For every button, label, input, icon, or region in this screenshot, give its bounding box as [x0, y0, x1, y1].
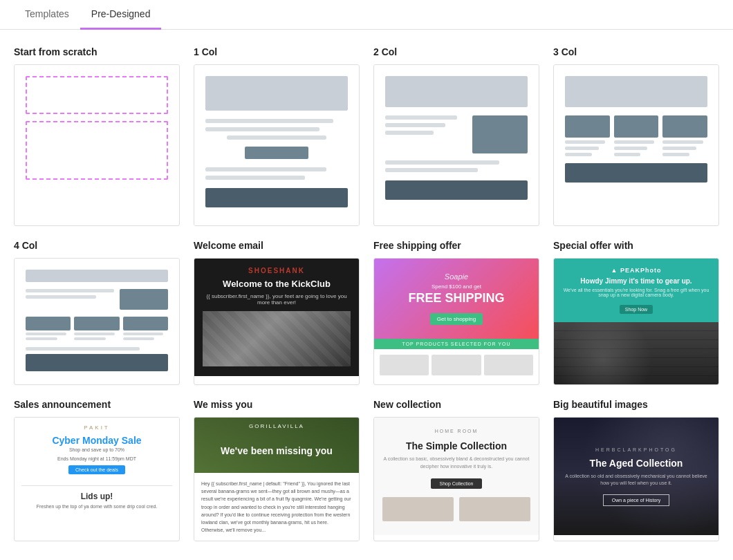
template-group-freeship: Free shipping offer Soapie Spend $100 an…: [373, 240, 539, 385]
special-logo: ▲ PEAKPhoto: [562, 267, 710, 274]
freeship-spend: Spend $100 and get: [382, 283, 530, 290]
missyou-logo: GORILLAVILLA: [194, 423, 359, 429]
newcol-sub: A collection so basic, obsessively bland…: [382, 456, 530, 470]
group-title-1col: 1 Col: [194, 46, 360, 57]
sales-body: Freshen up the top of ya dome with some …: [37, 504, 158, 509]
template-card-welcome[interactable]: SHOESHANK Welcome to the KickClub {{ sub…: [194, 258, 360, 385]
template-group-3col: 3 Col: [553, 46, 719, 226]
newcol-btn: Shop Collection: [431, 478, 481, 489]
bigimg-sub: A collection so old and obsessively mech…: [562, 473, 710, 487]
welcome-logo: SHOESHANK: [248, 267, 305, 274]
group-title-2col: 2 Col: [373, 46, 539, 57]
group-title-scratch: Start from scratch: [14, 46, 180, 57]
sales-title: Cyber Monday Sale: [52, 435, 141, 446]
template-card-missyou[interactable]: GORILLAVILLA We've been missing you Hey …: [194, 417, 360, 541]
freeship-title: FREE SHIPPING: [382, 291, 530, 306]
freeship-btn: Get to shopping: [430, 313, 483, 325]
template-group-missyou: We miss you GORILLAVILLA We've been miss…: [194, 399, 360, 541]
template-group-scratch: Start from scratch: [14, 46, 180, 226]
freeship-bar: TOP PRODUCTS SELECTED FOR YOU: [374, 339, 539, 349]
welcome-shoe-image: [203, 311, 351, 366]
template-group-sales: Sales announcement PAKIT Cyber Monday Sa…: [14, 399, 180, 541]
special-product-image: [554, 322, 718, 384]
template-group-4col: 4 Col: [14, 240, 180, 385]
scratch-block-2: [26, 121, 168, 180]
template-card-4col[interactable]: [14, 258, 180, 385]
newcol-heading: The Simple Collection: [406, 440, 507, 451]
welcome-heading: Welcome to the KickClub: [223, 279, 331, 290]
sales-sub2: Ends Monday night at 11:59pm MDT: [57, 456, 136, 461]
group-title-welcome: Welcome email: [194, 240, 360, 251]
template-group-2col: 2 Col: [373, 46, 539, 226]
sales-btn: Check out the deals: [68, 465, 125, 474]
missyou-heading: We've been missing you: [221, 445, 333, 456]
template-card-3col[interactable]: [553, 64, 719, 226]
template-card-1col[interactable]: [194, 64, 360, 226]
welcome-sub: {{ subscriber.first_name }}, your feet a…: [203, 293, 351, 306]
group-title-freeship: Free shipping offer: [373, 240, 539, 251]
template-card-freeship[interactable]: Soapie Spend $100 and get FREE SHIPPING …: [373, 258, 539, 385]
template-group-welcome: Welcome email SHOESHANK Welcome to the K…: [194, 240, 360, 385]
tab-templates[interactable]: Templates: [14, 0, 80, 30]
template-card-special[interactable]: ▲ PEAKPhoto Howdy Jimmy it's time to gea…: [553, 258, 719, 385]
sales-headline: Lids up!: [81, 492, 113, 501]
template-card-scratch[interactable]: [14, 64, 180, 226]
missyou-body: Hey {{ subscriber.first_name | default: …: [194, 473, 359, 541]
template-gallery: Start from scratch 1 Col 2 Col: [0, 30, 733, 558]
template-group-special: Special offer with ▲ PEAKPhoto Howdy Jim…: [553, 240, 719, 385]
special-heading: Howdy Jimmy it's time to gear up.: [562, 277, 710, 286]
sales-sub1: Shop and save up to 70%: [69, 447, 124, 452]
tab-pre-designed[interactable]: Pre-Designed: [80, 0, 162, 30]
template-card-bigimg[interactable]: HERBCLARKPHOTOG The Aged Collection A co…: [553, 417, 719, 541]
bigimg-heading: The Aged Collection: [590, 458, 683, 469]
newcol-product-1: [382, 497, 454, 521]
group-title-4col: 4 Col: [14, 240, 180, 251]
freeship-product-3: [484, 355, 533, 375]
bigimg-logo: HERBCLARKPHOTOG: [595, 447, 677, 452]
freeship-logo: Soapie: [382, 272, 530, 281]
template-group-1col: 1 Col: [194, 46, 360, 226]
group-title-3col: 3 Col: [553, 46, 719, 57]
sales-logo: PAKIT: [84, 424, 110, 431]
newcol-logo: HOME ROOM: [435, 429, 479, 433]
template-card-2col[interactable]: [373, 64, 539, 226]
group-title-sales: Sales announcement: [14, 399, 180, 410]
tabs-bar: Templates Pre-Designed: [0, 0, 733, 30]
bigimg-btn: Own a piece of History: [603, 494, 669, 506]
sales-divider: [21, 485, 172, 486]
template-card-newcol[interactable]: HOME ROOM The Simple Collection A collec…: [373, 417, 539, 541]
scratch-block-1: [26, 76, 168, 114]
group-title-missyou: We miss you: [194, 399, 360, 410]
freeship-product-1: [380, 355, 429, 375]
group-title-special: Special offer with: [553, 240, 719, 251]
special-btn: Shop Now: [620, 305, 653, 314]
template-group-newcol: New collection HOME ROOM The Simple Coll…: [373, 399, 539, 541]
group-title-newcol: New collection: [373, 399, 539, 410]
template-card-sales[interactable]: PAKIT Cyber Monday Sale Shop and save up…: [14, 417, 180, 541]
group-title-bigimg: Big beautiful images: [553, 399, 719, 410]
special-sub: We've all the essentials you're looking …: [562, 288, 710, 297]
newcol-product-2: [459, 497, 530, 521]
freeship-product-2: [432, 355, 481, 375]
template-group-bigimg: Big beautiful images HERBCLARKPHOTOG The…: [553, 399, 719, 541]
